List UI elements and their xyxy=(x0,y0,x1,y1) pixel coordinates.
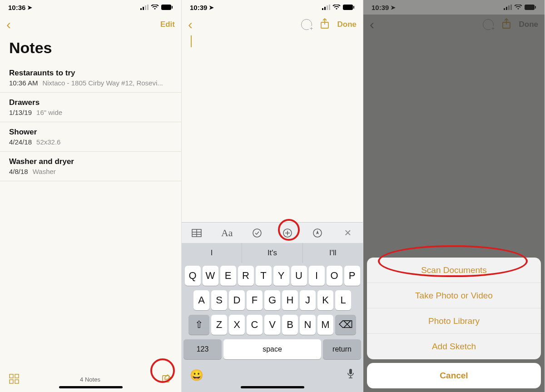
signal-icon xyxy=(322,4,330,11)
key-l[interactable]: L xyxy=(335,290,351,310)
suggestion[interactable]: I'll xyxy=(303,243,363,263)
svg-rect-6 xyxy=(10,374,13,378)
key-shift[interactable]: ⇧ xyxy=(188,315,209,335)
status-icons xyxy=(140,4,173,11)
list-item[interactable]: Restaraunts to try 10:36 AMNixtaco - 180… xyxy=(0,63,181,93)
list-item[interactable]: Washer and dryer 4/8/18Washer xyxy=(0,152,181,181)
key-h[interactable]: H xyxy=(282,290,298,310)
svg-rect-4 xyxy=(161,5,171,10)
note-subline: 1/13/1916" wide xyxy=(9,109,172,116)
notes-list[interactable]: Restaraunts to try 10:36 AMNixtaco - 180… xyxy=(0,63,181,367)
svg-rect-27 xyxy=(349,369,352,374)
sheet-take-photo-video[interactable]: Take Photo or Video xyxy=(367,283,541,308)
key-i[interactable]: I xyxy=(309,266,325,286)
note-subline: 4/24/1852x32.6 xyxy=(9,138,172,146)
key-p[interactable]: P xyxy=(344,266,360,286)
keyboard-toolbar: Aa × xyxy=(182,222,363,243)
nav-bar: ‹ Done xyxy=(182,15,363,35)
key-c[interactable]: C xyxy=(247,315,263,335)
key-o[interactable]: O xyxy=(327,266,342,286)
key-s[interactable]: S xyxy=(211,290,227,310)
location-arrow-icon: ➤ xyxy=(27,4,32,11)
table-icon[interactable] xyxy=(188,229,206,237)
keyboard: Aa × I It's I'll Q W E R T Y U I O P xyxy=(182,222,363,392)
wifi-icon xyxy=(151,4,159,11)
action-sheet: Scan Documents Take Photo or Video Photo… xyxy=(367,258,541,388)
key-m[interactable]: M xyxy=(317,315,333,335)
key-a[interactable]: A xyxy=(193,290,209,310)
status-bar: 10:36 ➤ xyxy=(0,0,181,15)
key-b[interactable]: B xyxy=(282,315,298,335)
emoji-button[interactable]: 😀 xyxy=(190,369,203,382)
key-w[interactable]: W xyxy=(203,266,218,286)
sheet-cancel[interactable]: Cancel xyxy=(367,363,541,388)
key-e[interactable]: E xyxy=(220,266,236,286)
key-q[interactable]: Q xyxy=(185,266,201,286)
svg-rect-3 xyxy=(147,5,149,10)
home-indicator[interactable] xyxy=(59,386,123,388)
key-z[interactable]: Z xyxy=(211,315,227,335)
svg-rect-9 xyxy=(15,380,19,383)
gallery-view-icon[interactable] xyxy=(9,374,19,385)
svg-rect-16 xyxy=(353,6,354,9)
sheet-add-sketch[interactable]: Add Sketch xyxy=(367,334,541,359)
key-space[interactable]: space xyxy=(223,339,321,359)
key-u[interactable]: U xyxy=(291,266,307,286)
note-editor[interactable] xyxy=(182,35,363,222)
status-time: 10:36 xyxy=(8,4,25,11)
back-button[interactable]: ‹ xyxy=(6,18,11,31)
svg-rect-13 xyxy=(327,5,328,10)
note-title: Shower xyxy=(9,128,172,137)
status-bar: 10:39 ➤ xyxy=(182,0,363,15)
key-numbers[interactable]: 123 xyxy=(183,339,222,359)
key-return[interactable]: return xyxy=(323,339,361,359)
home-indicator[interactable] xyxy=(241,386,304,388)
suggestion-bar: I It's I'll xyxy=(182,243,363,263)
screen-notes-list: 10:36 ➤ ‹ Edit Notes Restaraunts to try … xyxy=(0,0,182,392)
signal-icon xyxy=(140,4,149,11)
dictate-icon[interactable] xyxy=(347,368,355,382)
annotation-circle xyxy=(150,358,175,383)
close-keyboard-toolbar-icon[interactable]: × xyxy=(339,226,357,240)
key-x[interactable]: X xyxy=(229,315,245,335)
page-title: Notes xyxy=(0,35,181,63)
svg-rect-7 xyxy=(15,374,19,378)
suggestion[interactable]: It's xyxy=(242,243,302,263)
note-title: Washer and dryer xyxy=(9,157,172,166)
check-circle-icon[interactable] xyxy=(248,228,266,238)
key-t[interactable]: T xyxy=(256,266,272,286)
key-r[interactable]: R xyxy=(238,266,254,286)
key-d[interactable]: D xyxy=(229,290,245,310)
note-title: Restaraunts to try xyxy=(9,69,172,78)
sheet-photo-library[interactable]: Photo Library xyxy=(367,308,541,334)
key-n[interactable]: N xyxy=(300,315,316,335)
key-f[interactable]: F xyxy=(247,290,263,310)
key-g[interactable]: G xyxy=(264,290,280,310)
svg-rect-2 xyxy=(145,5,146,10)
battery-icon xyxy=(343,4,355,11)
edit-button[interactable]: Edit xyxy=(160,20,175,29)
key-j[interactable]: J xyxy=(300,290,316,310)
note-subline: 4/8/18Washer xyxy=(9,168,172,175)
svg-rect-15 xyxy=(343,5,353,10)
key-v[interactable]: V xyxy=(264,315,280,335)
format-button[interactable]: Aa xyxy=(218,227,236,239)
back-button[interactable]: ‹ xyxy=(188,18,193,31)
svg-rect-5 xyxy=(172,6,173,9)
key-k[interactable]: K xyxy=(317,290,333,310)
key-y[interactable]: Y xyxy=(273,266,289,286)
nav-bar: ‹ Edit xyxy=(0,15,181,35)
key-backspace[interactable]: ⌫ xyxy=(335,315,356,335)
collaborate-icon[interactable] xyxy=(301,19,312,30)
done-button[interactable]: Done xyxy=(337,20,357,29)
status-icons xyxy=(322,4,355,11)
list-item[interactable]: Shower 4/24/1852x32.6 xyxy=(0,122,181,152)
svg-point-22 xyxy=(253,229,261,237)
list-item[interactable]: Drawers 1/13/1916" wide xyxy=(0,93,181,122)
suggestion[interactable]: I xyxy=(182,243,242,263)
share-icon[interactable] xyxy=(320,18,329,31)
status-time: 10:39 xyxy=(190,4,207,11)
annotation-circle xyxy=(378,245,528,277)
markup-icon[interactable] xyxy=(308,228,327,238)
notes-count: 4 Notes xyxy=(19,376,161,383)
